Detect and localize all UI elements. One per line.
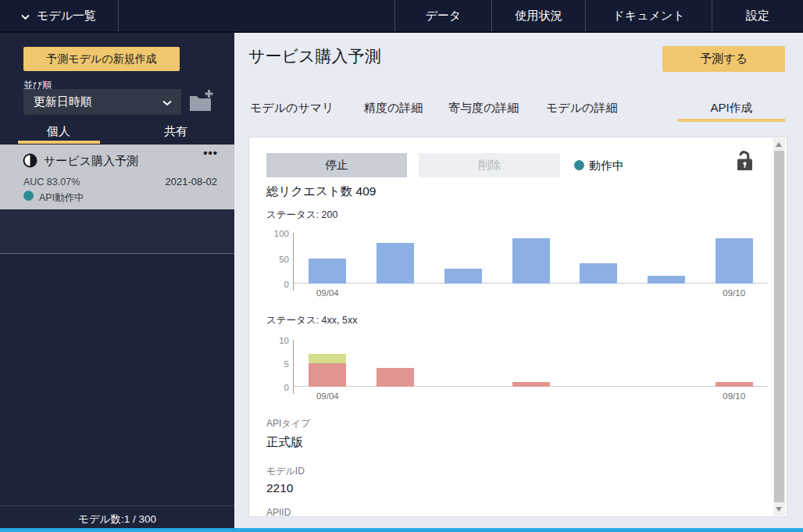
- top-navigation-bar: モデル一覧 データ 使用状況 ドキュメント 設定: [0, 0, 803, 33]
- main-area: サービス購入予測 予測する モデルのサマリ 精度の詳細 寄与度の詳細 モデルの詳…: [234, 33, 803, 528]
- tab-api-creation[interactable]: API作成: [678, 95, 785, 120]
- x-axis-tick-label: 09/04: [316, 288, 339, 298]
- model-list-label: モデル一覧: [37, 9, 96, 23]
- bar-segment: [716, 382, 753, 387]
- unlock-padlock-icon[interactable]: [734, 149, 755, 176]
- model-auc-value: AUC 83.07%: [23, 177, 80, 187]
- bar-segment: [377, 243, 414, 284]
- model-id-value: 2210: [266, 481, 293, 495]
- sort-order-dropdown[interactable]: 更新日時順: [23, 89, 181, 115]
- sidebar-tab-personal[interactable]: 個人: [0, 119, 117, 144]
- topbar-tab-settings[interactable]: 設定: [712, 0, 803, 31]
- folder-plus-icon: [188, 104, 213, 116]
- topbar-tab-data[interactable]: データ: [394, 0, 491, 31]
- chevron-down-icon: [21, 9, 30, 23]
- bar-segment: [580, 263, 617, 284]
- chart-title: ステータス: 4xx, 5xx: [266, 314, 768, 327]
- stop-api-button[interactable]: 停止: [266, 153, 407, 177]
- chart-title: ステータス: 200: [266, 209, 768, 222]
- api-id-label: APIID: [266, 507, 291, 517]
- api-panel: 停止 削除 動作中 総リクエスト数 409 ステータス: 200 0501000…: [248, 137, 787, 517]
- new-model-button[interactable]: 予測モデルの新規作成: [23, 47, 180, 71]
- bar-segment: [309, 363, 346, 387]
- tab-model-details[interactable]: モデルの詳細: [546, 95, 617, 120]
- delete-api-button[interactable]: 削除: [419, 153, 560, 177]
- scroll-down-arrow-icon[interactable]: [776, 507, 782, 512]
- y-axis-tick-label: 100: [259, 229, 289, 238]
- api-status-dot: [23, 191, 34, 201]
- model-api-status: API動作中: [39, 191, 84, 205]
- bar-segment: [716, 238, 753, 284]
- topbar-tab-usage[interactable]: 使用状況: [491, 0, 585, 31]
- sidebar-footer-divider: [0, 505, 234, 506]
- window-bottom-edge: [0, 528, 803, 532]
- bar-chart-plot: 05010009/0409/10: [293, 233, 768, 284]
- sidebar-tab-shared[interactable]: 共有: [117, 119, 234, 144]
- tab-contribution-details[interactable]: 寄与度の詳細: [448, 95, 519, 120]
- sidebar-tabs: 個人 共有: [0, 119, 234, 144]
- x-axis-tick-label: 09/10: [723, 391, 745, 401]
- status-4xx-5xx-chart: ステータス: 4xx, 5xx 051009/0409/10: [266, 314, 768, 406]
- predict-button[interactable]: 予測する: [662, 46, 785, 72]
- y-axis-tick-label: 50: [259, 255, 289, 264]
- panel-scrollbar[interactable]: [773, 138, 785, 516]
- y-axis-tick-label: 0: [259, 280, 289, 289]
- model-list-empty-row: [0, 209, 234, 254]
- x-axis-tick-label: 09/04: [316, 391, 339, 401]
- bar-segment: [512, 238, 550, 284]
- bar-segment: [512, 382, 550, 387]
- bar-segment: [309, 354, 346, 363]
- add-folder-button[interactable]: [187, 89, 214, 115]
- bar-segment: [648, 276, 685, 284]
- model-half-circle-icon: [23, 153, 37, 171]
- bar-segment: [377, 368, 414, 387]
- tab-accuracy-details[interactable]: 精度の詳細: [364, 95, 423, 120]
- model-id-label: モデルID: [266, 465, 305, 478]
- status-200-chart: ステータス: 200 05010009/0409/10: [266, 209, 768, 302]
- api-type-label: APIタイプ: [266, 417, 310, 430]
- y-axis-tick-label: 0: [259, 383, 289, 392]
- total-requests-label: 総リクエスト数 409: [266, 184, 376, 200]
- y-axis-tick-label: 5: [259, 359, 289, 369]
- model-updated-date: 2021-08-02: [166, 176, 218, 187]
- x-axis-tick-label: 09/10: [723, 288, 745, 298]
- model-item-menu-button[interactable]: •••: [203, 146, 218, 159]
- chevron-down-icon: [162, 95, 172, 109]
- y-axis-tick-label: 10: [259, 336, 289, 345]
- sidebar: 予測モデルの新規作成 並び順 更新日時順 個人 共有 サービス購入予測 ••• …: [0, 33, 234, 528]
- model-name: サービス購入予測: [44, 154, 138, 169]
- tab-model-summary[interactable]: モデルのサマリ: [250, 95, 334, 120]
- running-status-dot: [574, 160, 584, 170]
- api-type-value: 正式版: [266, 434, 303, 451]
- bar-segment: [444, 269, 482, 284]
- model-count-label: モデル数:1 / 300: [0, 512, 234, 527]
- topbar-spacer: [119, 0, 394, 31]
- page-title: サービス購入予測: [248, 45, 380, 67]
- running-status-label: 動作中: [589, 159, 624, 173]
- scrollbar-thumb[interactable]: [774, 151, 784, 502]
- scroll-up-arrow-icon[interactable]: [776, 142, 782, 147]
- sort-order-value: 更新日時順: [34, 95, 92, 109]
- topbar-tab-documents[interactable]: ドキュメント: [585, 0, 712, 31]
- model-list-item-selected[interactable]: サービス購入予測 ••• AUC 83.07% 2021-08-02 API動作…: [0, 145, 234, 209]
- model-list-menu[interactable]: モデル一覧: [0, 0, 119, 31]
- bar-chart-plot: 051009/0409/10: [293, 340, 768, 387]
- bar-segment: [309, 259, 346, 284]
